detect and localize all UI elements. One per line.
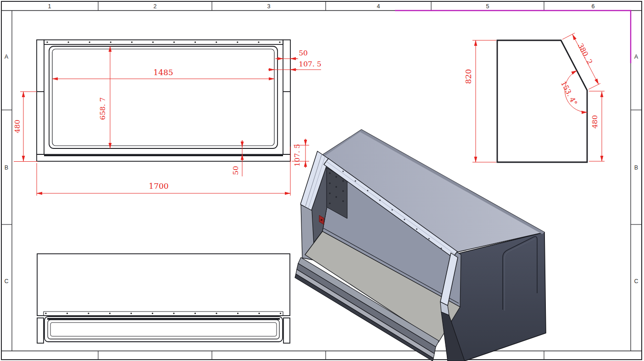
- dim-front-top-small: 50: [299, 49, 308, 57]
- rivet-row-front: [46, 41, 280, 43]
- drawing-sheet: 1 2 3 4 5 6 A B C A B C: [0, 0, 644, 361]
- dim-front-inner-height: 658. 7: [99, 97, 107, 120]
- zone-col-1: 1: [48, 3, 51, 10]
- zone-row-a-left: A: [5, 54, 9, 60]
- zone-col-6: 6: [592, 3, 595, 10]
- dim-front-top-large: 107. 5: [299, 60, 321, 68]
- dim-front-bottom-small: 50: [232, 166, 240, 175]
- dim-front-bottom-large: 107. 5: [293, 144, 301, 166]
- zone-col-5: 5: [486, 3, 489, 10]
- rear-view[interactable]: [37, 254, 290, 343]
- dim-side-height: 820: [464, 69, 473, 84]
- dim-front-total-width: 1700: [149, 181, 168, 191]
- dim-side-slant: 380. 2: [576, 42, 594, 66]
- rivet-row-rear: [45, 312, 281, 314]
- zone-col-2: 2: [154, 3, 157, 10]
- cad-canvas: 1 2 3 4 5 6 A B C A B C: [0, 0, 644, 361]
- zone-col-3: 3: [267, 3, 271, 10]
- iso-view[interactable]: [295, 130, 546, 361]
- dim-front-side-height: 480: [13, 120, 22, 133]
- front-view[interactable]: [37, 40, 290, 161]
- zone-row-c-left: C: [4, 278, 8, 284]
- zone-row-c-right: C: [634, 278, 638, 284]
- zone-col-4: 4: [377, 3, 380, 10]
- dim-side-front-height: 480: [591, 115, 599, 129]
- dim-front-inner-width: 1485: [153, 68, 173, 77]
- zone-row-b-right: B: [634, 164, 638, 171]
- zone-row-a-right: A: [634, 54, 638, 60]
- zone-row-b-left: B: [5, 164, 8, 171]
